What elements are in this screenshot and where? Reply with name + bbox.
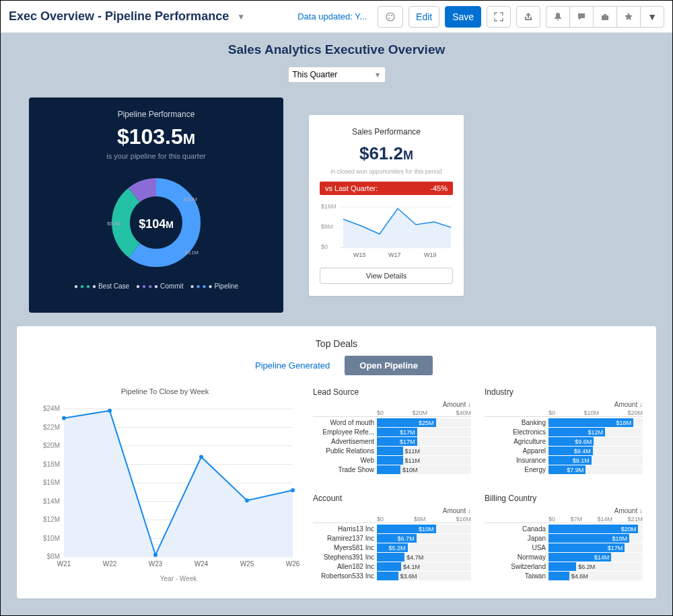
bar-label: Word of mouth	[313, 419, 377, 426]
bar-label: Allen182 Inc	[313, 563, 377, 570]
svg-point-1	[388, 15, 390, 16]
bar-label: Public Relations	[313, 447, 377, 455]
bar-row: Agriculture $9.6M	[485, 437, 643, 446]
favorite-button[interactable]	[616, 6, 640, 28]
bar-axis-ticks: $0$7M$14M$21M	[485, 516, 643, 523]
bar-row: Stephens391 Inc $4.7M	[313, 553, 471, 562]
pipeline-performance-card: Pipeline Performance $103.5M is your pip…	[29, 98, 283, 313]
legend-best: ● Best Case	[74, 282, 129, 290]
notifications-button[interactable]	[546, 6, 569, 28]
svg-text:W25: W25	[240, 560, 254, 568]
more-button[interactable]: ▼	[640, 6, 664, 28]
svg-rect-4	[602, 15, 608, 20]
pipeline-value: $103.5M	[41, 124, 271, 149]
save-button[interactable]: Save	[445, 6, 481, 28]
svg-text:$10M: $10M	[43, 535, 60, 542]
bar-row: Allen182 Inc $4.1M	[313, 562, 471, 571]
pipeline-donut-chart[interactable]: $104M $30M $11M $63M	[106, 172, 207, 276]
svg-text:$22M: $22M	[43, 424, 60, 431]
svg-text:$0: $0	[321, 243, 328, 250]
vs-last-quarter-bar: vs Last Quarter: -45%	[320, 182, 453, 195]
line-chart-title: Pipeline To Close by Week	[30, 387, 299, 395]
page-title-header: Exec Overview - Pipeline Performance	[9, 9, 229, 24]
share-button[interactable]	[516, 6, 540, 28]
bar-row: Insurance $9.1M	[485, 456, 643, 465]
bar-row: Employee Refe... $17M	[313, 428, 471, 436]
svg-point-37	[108, 409, 112, 413]
top-deals-card: Top Deals Pipeline Generated Open Pipeli…	[17, 326, 656, 599]
dashboard-content: Sales Analytics Executive Overview This …	[1, 33, 672, 616]
svg-point-3	[388, 17, 390, 19]
edit-button[interactable]: Edit	[409, 6, 439, 28]
bar-row: Switzerland $6.2M	[485, 562, 643, 571]
svg-text:$24M: $24M	[43, 405, 60, 412]
svg-point-38	[153, 553, 157, 557]
bar-row: Ramirez137 Inc $6.7M	[313, 534, 471, 543]
svg-point-39	[199, 455, 203, 459]
svg-point-36	[62, 416, 66, 420]
palette-button[interactable]	[378, 6, 403, 28]
view-details-button[interactable]: View Details	[320, 268, 453, 284]
briefcase-button[interactable]	[593, 6, 616, 28]
bar-title: Industry	[485, 387, 643, 397]
svg-point-0	[386, 13, 394, 21]
svg-text:W24: W24	[194, 560, 209, 568]
sales-sparkline[interactable]: $16M $8M $0 W15 W17 W19	[320, 200, 453, 262]
expand-icon	[494, 12, 503, 22]
amount-header: Amount ↓	[313, 401, 471, 408]
share-icon	[524, 12, 533, 22]
svg-text:$16M: $16M	[321, 203, 336, 210]
pipeline-line-chart-col: Pipeline To Close by Week $8M$10M$12M$14…	[30, 387, 299, 586]
bar-label: Advertisement	[313, 438, 377, 445]
amount-header: Amount ↓	[485, 507, 643, 514]
donut-seg-commit-label: $11M	[185, 249, 199, 256]
bar-title: Account	[313, 494, 471, 503]
svg-point-40	[245, 498, 249, 502]
topbar: Exec Overview - Pipeline Performance ▼ D…	[1, 1, 672, 33]
bar-label: Insurance	[485, 457, 548, 464]
bar-row: Public Relations $11M	[313, 447, 471, 455]
pipeline-line-chart[interactable]: $8M$10M$12M$14M$16M$18M$20M$22M$24MW21W2…	[30, 402, 299, 584]
vs-label: vs Last Quarter:	[325, 184, 378, 192]
comments-button[interactable]	[569, 6, 593, 28]
pipeline-subtext: is your pipeline for this quarter	[41, 152, 271, 160]
bar-row: Taiwan $4.6M	[485, 572, 643, 580]
svg-text:$12M: $12M	[43, 516, 60, 523]
bar-label: Apparel	[485, 447, 548, 455]
period-select[interactable]: This Quarter	[288, 67, 386, 83]
tab-pipeline-generated[interactable]: Pipeline Generated	[240, 356, 345, 375]
title-dropdown-icon[interactable]: ▼	[237, 12, 245, 22]
bar-label: Myers581 Inc	[313, 544, 377, 551]
bar-chart-billing-country[interactable]: Billing CountryAmount ↓$0$7M$14M$21M Can…	[485, 494, 643, 586]
svg-text:Year - Week: Year - Week	[160, 575, 197, 582]
mini-bar-charts: Lead SourceAmount ↓$0$20M$40M Word of mo…	[313, 387, 643, 586]
bar-chart-account[interactable]: AccountAmount ↓$0$8M$16M Harris13 Inc $1…	[313, 494, 471, 586]
bar-row: Electronics $12M	[485, 428, 643, 436]
sales-subtext: in closed won opportunities for this per…	[320, 168, 453, 175]
dashboard-title: Sales Analytics Executive Overview	[1, 42, 672, 57]
bar-row: Word of mouth $25M	[313, 418, 471, 427]
donut-center-value: $104M	[139, 217, 174, 231]
palette-icon	[385, 11, 396, 22]
fullscreen-button[interactable]	[487, 6, 511, 28]
bar-label: Harris13 Inc	[313, 525, 377, 533]
legend-pipeline: ● Pipeline	[190, 282, 238, 290]
star-icon	[624, 12, 633, 22]
bell-icon	[553, 12, 563, 22]
svg-text:$14M: $14M	[43, 498, 60, 505]
bar-label: Taiwan	[485, 572, 548, 580]
bar-axis-ticks: $0$20M$40M	[313, 410, 471, 417]
amount-header: Amount ↓	[313, 507, 471, 514]
bar-chart-lead-source[interactable]: Lead SourceAmount ↓$0$20M$40M Word of mo…	[313, 387, 471, 480]
bar-label: Web	[313, 457, 377, 464]
bar-row: Advertisement $17M	[313, 437, 471, 446]
bar-row: Robertson533 Inc $3.6M	[313, 572, 471, 580]
bar-axis-ticks: $0$10M$20M	[485, 410, 643, 417]
bar-chart-industry[interactable]: IndustryAmount ↓$0$10M$20M Banking $18M …	[485, 387, 643, 480]
svg-text:$18M: $18M	[43, 461, 60, 468]
amount-header: Amount ↓	[485, 401, 643, 408]
tab-open-pipeline[interactable]: Open Pipeline	[345, 356, 433, 375]
chevron-down-icon: ▼	[647, 11, 657, 22]
svg-text:$20M: $20M	[43, 442, 60, 449]
legend-commit: ● Commit	[136, 282, 183, 290]
